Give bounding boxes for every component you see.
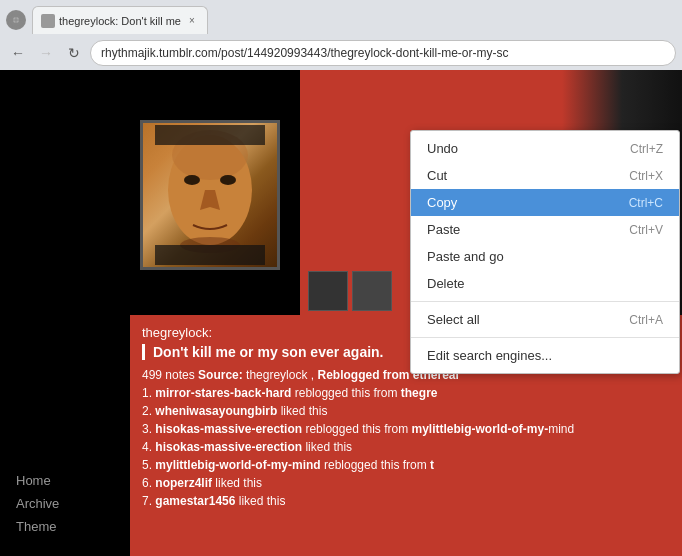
quote-bar <box>142 344 145 360</box>
nav-bar: ← → ↻ rhythmajik.tumblr.com/post/1449209… <box>0 36 682 70</box>
menu-copy-label: Copy <box>427 195 457 210</box>
context-menu: Undo Ctrl+Z Cut Ctrl+X Copy Ctrl+C Paste… <box>410 130 680 374</box>
menu-item-select-all[interactable]: Select all Ctrl+A <box>411 306 679 333</box>
sidebar-link-archive[interactable]: Archive <box>16 494 114 513</box>
svg-point-7 <box>220 175 236 185</box>
tab-close-button[interactable]: × <box>185 14 199 28</box>
red-border <box>300 70 308 315</box>
thumbnail-2 <box>352 271 392 311</box>
main-content: thegreylock: Don't kill me or my son eve… <box>130 70 682 556</box>
menu-copy-shortcut: Ctrl+C <box>629 196 663 210</box>
page-content: Home Archive Theme <box>0 70 682 556</box>
source-value: thegreylock <box>246 368 307 382</box>
active-tab[interactable]: thegreylock: Don't kill me × <box>32 6 208 34</box>
menu-separator-1 <box>411 301 679 302</box>
svg-point-6 <box>184 175 200 185</box>
menu-select-all-label: Select all <box>427 312 480 327</box>
menu-cut-shortcut: Ctrl+X <box>629 169 663 183</box>
menu-cut-label: Cut <box>427 168 447 183</box>
menu-select-all-shortcut: Ctrl+A <box>629 313 663 327</box>
post-quote-text: Don't kill me or my son ever again. <box>153 344 384 360</box>
reblogged-label-bold: Reblogged from <box>317 368 409 382</box>
address-text: rhythmajik.tumblr.com/post/144920993443/… <box>101 46 509 60</box>
mask-image-container <box>140 120 280 270</box>
reload-button[interactable]: ↻ <box>62 41 86 65</box>
note-6: 6. noperz4lif liked this <box>142 476 262 490</box>
thumbnail-1 <box>308 271 348 311</box>
address-bar[interactable]: rhythmajik.tumblr.com/post/144920993443/… <box>90 40 676 66</box>
note-2: 2. wheniwasayoungbirb liked this <box>142 404 327 418</box>
note-3: 3. hisokas-massive-erection reblogged th… <box>142 422 574 436</box>
mask-image <box>143 123 277 267</box>
menu-item-cut[interactable]: Cut Ctrl+X <box>411 162 679 189</box>
svg-rect-10 <box>155 245 265 265</box>
menu-paste-shortcut: Ctrl+V <box>629 223 663 237</box>
sidebar-link-theme[interactable]: Theme <box>16 517 114 536</box>
notes-count: 499 notes <box>142 368 195 382</box>
menu-item-paste-go[interactable]: Paste and go <box>411 243 679 270</box>
back-button[interactable]: ← <box>6 41 30 65</box>
note-4: 4. hisokas-massive-erection liked this <box>142 440 352 454</box>
post-notes: 499 notes Source: thegreylock , Reblogge… <box>142 366 670 510</box>
source-label-bold: Source: <box>198 368 243 382</box>
tab-title: thegreylock: Don't kill me <box>59 15 181 27</box>
sidebar-link-home[interactable]: Home <box>16 471 114 490</box>
sidebar-nav: Home Archive Theme <box>0 471 130 536</box>
browser-icon <box>6 10 26 30</box>
browser-chrome: thegreylock: Don't kill me × ← → ↻ rhyth… <box>0 0 682 70</box>
menu-item-delete[interactable]: Delete <box>411 270 679 297</box>
menu-delete-label: Delete <box>427 276 465 291</box>
menu-separator-2 <box>411 337 679 338</box>
thumbnail-strip <box>308 271 392 311</box>
menu-paste-go-label: Paste and go <box>427 249 504 264</box>
menu-item-undo[interactable]: Undo Ctrl+Z <box>411 135 679 162</box>
menu-item-edit-search[interactable]: Edit search engines... <box>411 342 679 369</box>
forward-button[interactable]: → <box>34 41 58 65</box>
menu-undo-label: Undo <box>427 141 458 156</box>
menu-edit-search-label: Edit search engines... <box>427 348 552 363</box>
svg-rect-9 <box>155 125 265 145</box>
menu-undo-shortcut: Ctrl+Z <box>630 142 663 156</box>
menu-item-paste[interactable]: Paste Ctrl+V <box>411 216 679 243</box>
note-1: 1. mirror-stares-back-hard reblogged thi… <box>142 386 437 400</box>
sidebar: Home Archive Theme <box>0 70 130 556</box>
menu-paste-label: Paste <box>427 222 460 237</box>
tab-favicon <box>41 14 55 28</box>
menu-item-copy[interactable]: Copy Ctrl+C <box>411 189 679 216</box>
mask-face-svg <box>155 125 265 265</box>
note-7: 7. gamestar1456 liked this <box>142 494 285 508</box>
note-5: 5. mylittlebig-world-of-my-mind reblogge… <box>142 458 434 472</box>
title-bar: thegreylock: Don't kill me × <box>0 0 682 36</box>
